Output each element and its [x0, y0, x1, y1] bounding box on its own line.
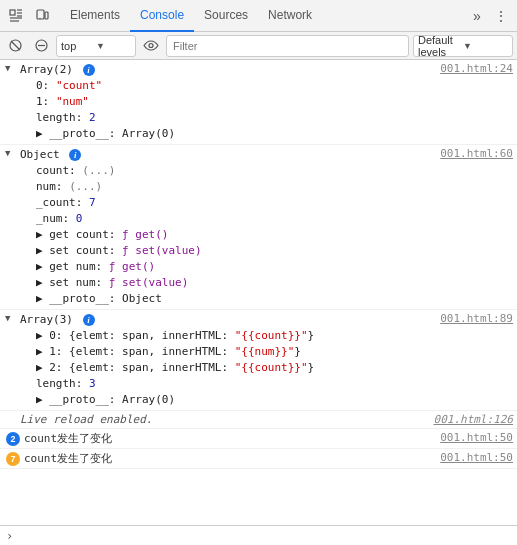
count-change-2-line-ref[interactable]: 001.html:50: [440, 451, 513, 464]
console-toolbar: top ▼ Default levels ▼: [0, 32, 517, 60]
tab-console[interactable]: Console: [130, 0, 194, 32]
array2-info-icon: i: [83, 64, 95, 76]
clear-console-button[interactable]: [4, 35, 26, 57]
svg-rect-0: [10, 10, 15, 15]
device-toolbar-button[interactable]: [30, 4, 54, 28]
tab-elements[interactable]: Elements: [60, 0, 130, 32]
array3-info-icon: i: [83, 314, 95, 326]
count-change-1-line-ref[interactable]: 001.html:50: [440, 431, 513, 444]
object-expand-arrow[interactable]: ▼: [5, 148, 10, 158]
eye-button[interactable]: [140, 35, 162, 57]
devtools-more-button[interactable]: ⋮: [489, 4, 513, 28]
object-header: Object i: [20, 147, 513, 163]
console-input-line: ›: [0, 525, 517, 545]
console-output: ▼ 001.html:24 Array(2) i 0: "count" 1: "…: [0, 60, 517, 525]
tab-network[interactable]: Network: [258, 0, 322, 32]
log-levels-arrow: ▼: [463, 41, 508, 51]
count-change-1: 2 count发生了变化 001.html:50: [0, 429, 517, 449]
object-children: count: (...) num: (...) _count: 7 _num: …: [20, 163, 513, 307]
context-selector-arrow: ▼: [96, 41, 131, 51]
object-info-icon: i: [69, 149, 81, 161]
array2-header: Array(2) i: [20, 62, 513, 78]
devtools-icons: [4, 4, 54, 28]
tab-bar: Elements Console Sources Network » ⋮: [0, 0, 517, 32]
live-reload-line-ref[interactable]: 001.html:126: [434, 413, 513, 426]
array2-expand-arrow[interactable]: ▼: [5, 63, 10, 73]
console-input[interactable]: [19, 529, 511, 542]
array3-header: Array(3) i: [20, 312, 513, 328]
live-reload-entry: 001.html:126 Live reload enabled.: [0, 411, 517, 429]
pause-on-exceptions-button[interactable]: [30, 35, 52, 57]
filter-input[interactable]: [166, 35, 409, 57]
array3-entry[interactable]: ▼ 001.html:89 Array(3) i ▶ 0: {elemt: sp…: [0, 310, 517, 411]
svg-line-10: [11, 41, 20, 50]
context-selector[interactable]: top ▼: [56, 35, 136, 57]
object-entry[interactable]: ▼ 001.html:60 Object i count: (...) num:…: [0, 145, 517, 310]
array3-line-ref[interactable]: 001.html:89: [440, 312, 513, 325]
tab-more-area: » ⋮: [465, 4, 513, 28]
array2-entry[interactable]: ▼ 001.html:24 Array(2) i 0: "count" 1: "…: [0, 60, 517, 145]
console-prompt-icon: ›: [6, 529, 13, 543]
array2-children: 0: "count" 1: "num" length: 2 ▶ __proto_…: [20, 78, 513, 142]
array3-children: ▶ 0: {elemt: span, innerHTML: "{{count}}…: [20, 328, 513, 408]
count-change-2-badge: 7: [6, 452, 20, 466]
object-line-ref[interactable]: 001.html:60: [440, 147, 513, 160]
array3-expand-arrow[interactable]: ▼: [5, 313, 10, 323]
count-change-2: 7 count发生了变化 001.html:50: [0, 449, 517, 469]
log-levels-selector[interactable]: Default levels ▼: [413, 35, 513, 57]
svg-point-13: [149, 44, 153, 48]
more-tabs-button[interactable]: »: [465, 4, 489, 28]
tab-sources[interactable]: Sources: [194, 0, 258, 32]
svg-rect-6: [37, 10, 44, 19]
svg-rect-7: [45, 12, 48, 19]
array2-line-ref[interactable]: 001.html:24: [440, 62, 513, 75]
inspect-element-button[interactable]: [4, 4, 28, 28]
count-change-1-badge: 2: [6, 432, 20, 446]
